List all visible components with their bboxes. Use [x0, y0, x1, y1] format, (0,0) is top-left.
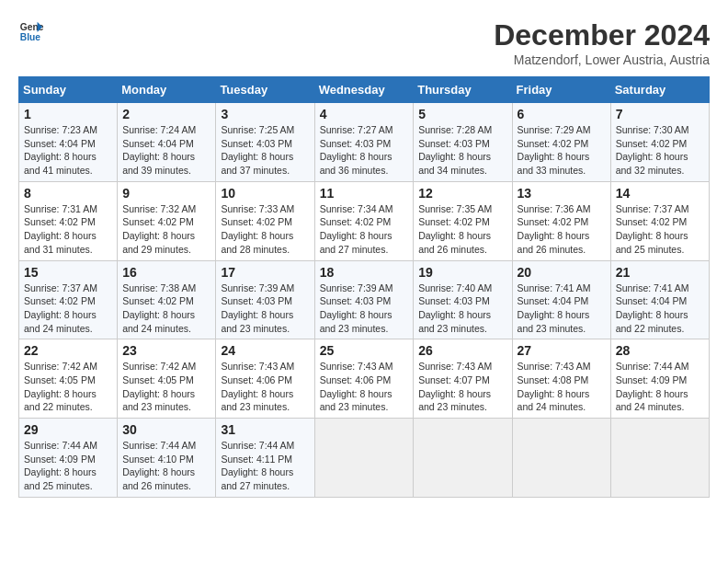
day-info: Sunrise: 7:44 AM Sunset: 4:09 PM Dayligh… — [616, 360, 704, 414]
calendar-cell: 31Sunrise: 7:44 AM Sunset: 4:11 PM Dayli… — [216, 419, 314, 498]
day-number: 8 — [24, 186, 112, 201]
day-info: Sunrise: 7:42 AM Sunset: 4:05 PM Dayligh… — [122, 360, 210, 414]
day-info: Sunrise: 7:44 AM Sunset: 4:09 PM Dayligh… — [24, 439, 112, 493]
day-info: Sunrise: 7:41 AM Sunset: 4:04 PM Dayligh… — [616, 282, 704, 336]
day-info: Sunrise: 7:43 AM Sunset: 4:06 PM Dayligh… — [320, 360, 409, 414]
calendar-cell: 21Sunrise: 7:41 AM Sunset: 4:04 PM Dayli… — [610, 260, 709, 339]
header-wednesday: Wednesday — [314, 77, 414, 103]
day-number: 28 — [616, 343, 704, 358]
day-number: 13 — [518, 186, 606, 201]
calendar-cell: 26Sunrise: 7:43 AM Sunset: 4:07 PM Dayli… — [414, 339, 512, 419]
calendar-cell — [414, 419, 512, 498]
week-row-1: 1Sunrise: 7:23 AM Sunset: 4:04 PM Daylig… — [19, 103, 710, 182]
day-info: Sunrise: 7:33 AM Sunset: 4:02 PM Dayligh… — [221, 202, 309, 257]
calendar-body: 1Sunrise: 7:23 AM Sunset: 4:04 PM Daylig… — [19, 103, 710, 498]
calendar-cell: 1Sunrise: 7:23 AM Sunset: 4:04 PM Daylig… — [19, 103, 118, 182]
day-number: 2 — [122, 107, 210, 121]
day-number: 15 — [24, 265, 112, 280]
day-number: 5 — [418, 107, 506, 121]
day-info: Sunrise: 7:38 AM Sunset: 4:02 PM Dayligh… — [122, 282, 210, 336]
calendar-cell — [610, 419, 709, 498]
svg-text:Blue: Blue — [20, 32, 41, 42]
day-number: 7 — [616, 107, 704, 121]
day-info: Sunrise: 7:34 AM Sunset: 4:02 PM Dayligh… — [320, 202, 409, 257]
day-number: 29 — [24, 422, 112, 437]
header-saturday: Saturday — [610, 77, 709, 103]
day-number: 6 — [518, 107, 606, 121]
day-info: Sunrise: 7:32 AM Sunset: 4:02 PM Dayligh… — [122, 202, 210, 257]
calendar-cell: 16Sunrise: 7:38 AM Sunset: 4:02 PM Dayli… — [118, 260, 216, 339]
calendar-cell — [314, 419, 414, 498]
calendar-cell: 12Sunrise: 7:35 AM Sunset: 4:02 PM Dayli… — [414, 181, 512, 260]
header-tuesday: Tuesday — [216, 77, 314, 103]
calendar-title: December 2024 — [494, 18, 710, 52]
day-info: Sunrise: 7:29 AM Sunset: 4:02 PM Dayligh… — [518, 123, 606, 178]
calendar-cell: 6Sunrise: 7:29 AM Sunset: 4:02 PM Daylig… — [512, 103, 610, 182]
day-info: Sunrise: 7:42 AM Sunset: 4:05 PM Dayligh… — [24, 360, 112, 414]
day-number: 26 — [418, 343, 506, 358]
day-number: 10 — [221, 186, 309, 201]
calendar-cell: 20Sunrise: 7:41 AM Sunset: 4:04 PM Dayli… — [512, 260, 610, 339]
calendar-cell: 10Sunrise: 7:33 AM Sunset: 4:02 PM Dayli… — [216, 181, 314, 260]
day-number: 3 — [221, 107, 309, 121]
day-info: Sunrise: 7:43 AM Sunset: 4:08 PM Dayligh… — [518, 360, 606, 414]
calendar-cell: 13Sunrise: 7:36 AM Sunset: 4:02 PM Dayli… — [512, 181, 610, 260]
header-friday: Friday — [512, 77, 610, 103]
calendar-cell: 4Sunrise: 7:27 AM Sunset: 4:03 PM Daylig… — [314, 103, 414, 182]
day-info: Sunrise: 7:31 AM Sunset: 4:02 PM Dayligh… — [24, 202, 112, 257]
week-row-5: 29Sunrise: 7:44 AM Sunset: 4:09 PM Dayli… — [19, 419, 710, 498]
day-number: 25 — [320, 343, 409, 358]
day-info: Sunrise: 7:43 AM Sunset: 4:06 PM Dayligh… — [221, 360, 309, 414]
day-info: Sunrise: 7:44 AM Sunset: 4:11 PM Dayligh… — [221, 439, 309, 493]
day-number: 11 — [320, 186, 409, 201]
day-number: 1 — [24, 107, 112, 121]
title-block: December 2024 Matzendorf, Lower Austria,… — [494, 18, 710, 67]
day-number: 18 — [320, 265, 409, 280]
day-info: Sunrise: 7:35 AM Sunset: 4:02 PM Dayligh… — [418, 202, 506, 257]
day-number: 22 — [24, 343, 112, 358]
day-info: Sunrise: 7:39 AM Sunset: 4:03 PM Dayligh… — [320, 282, 409, 336]
calendar-cell: 30Sunrise: 7:44 AM Sunset: 4:10 PM Dayli… — [118, 419, 216, 498]
logo-icon: General Blue — [18, 18, 44, 44]
day-info: Sunrise: 7:37 AM Sunset: 4:02 PM Dayligh… — [616, 202, 704, 257]
calendar-header: SundayMondayTuesdayWednesdayThursdayFrid… — [19, 77, 710, 103]
page-header: General Blue December 2024 Matzendorf, L… — [18, 18, 710, 67]
calendar-cell: 17Sunrise: 7:39 AM Sunset: 4:03 PM Dayli… — [216, 260, 314, 339]
header-row: SundayMondayTuesdayWednesdayThursdayFrid… — [19, 77, 710, 103]
header-monday: Monday — [118, 77, 216, 103]
calendar-cell: 19Sunrise: 7:40 AM Sunset: 4:03 PM Dayli… — [414, 260, 512, 339]
day-info: Sunrise: 7:36 AM Sunset: 4:02 PM Dayligh… — [518, 202, 606, 257]
day-number: 16 — [122, 265, 210, 280]
day-info: Sunrise: 7:43 AM Sunset: 4:07 PM Dayligh… — [418, 360, 506, 414]
day-number: 19 — [418, 265, 506, 280]
calendar-cell: 3Sunrise: 7:25 AM Sunset: 4:03 PM Daylig… — [216, 103, 314, 182]
week-row-3: 15Sunrise: 7:37 AM Sunset: 4:02 PM Dayli… — [19, 260, 710, 339]
header-sunday: Sunday — [19, 77, 118, 103]
logo: General Blue — [18, 18, 44, 44]
day-number: 24 — [221, 343, 309, 358]
day-info: Sunrise: 7:41 AM Sunset: 4:04 PM Dayligh… — [518, 282, 606, 336]
calendar-cell: 29Sunrise: 7:44 AM Sunset: 4:09 PM Dayli… — [19, 419, 118, 498]
calendar-cell: 14Sunrise: 7:37 AM Sunset: 4:02 PM Dayli… — [610, 181, 709, 260]
day-number: 31 — [221, 422, 309, 437]
day-info: Sunrise: 7:25 AM Sunset: 4:03 PM Dayligh… — [221, 123, 309, 178]
day-info: Sunrise: 7:37 AM Sunset: 4:02 PM Dayligh… — [24, 282, 112, 336]
calendar-cell: 27Sunrise: 7:43 AM Sunset: 4:08 PM Dayli… — [512, 339, 610, 419]
calendar-cell: 5Sunrise: 7:28 AM Sunset: 4:03 PM Daylig… — [414, 103, 512, 182]
day-info: Sunrise: 7:23 AM Sunset: 4:04 PM Dayligh… — [24, 123, 112, 178]
calendar-table: SundayMondayTuesdayWednesdayThursdayFrid… — [18, 76, 710, 498]
day-number: 20 — [518, 265, 606, 280]
day-number: 4 — [320, 107, 409, 121]
day-info: Sunrise: 7:30 AM Sunset: 4:02 PM Dayligh… — [616, 123, 704, 178]
day-info: Sunrise: 7:39 AM Sunset: 4:03 PM Dayligh… — [221, 282, 309, 336]
day-info: Sunrise: 7:24 AM Sunset: 4:04 PM Dayligh… — [122, 123, 210, 178]
calendar-cell: 7Sunrise: 7:30 AM Sunset: 4:02 PM Daylig… — [610, 103, 709, 182]
calendar-cell: 24Sunrise: 7:43 AM Sunset: 4:06 PM Dayli… — [216, 339, 314, 419]
calendar-cell: 2Sunrise: 7:24 AM Sunset: 4:04 PM Daylig… — [118, 103, 216, 182]
calendar-cell: 25Sunrise: 7:43 AM Sunset: 4:06 PM Dayli… — [314, 339, 414, 419]
day-number: 21 — [616, 265, 704, 280]
calendar-cell: 28Sunrise: 7:44 AM Sunset: 4:09 PM Dayli… — [610, 339, 709, 419]
day-number: 30 — [122, 422, 210, 437]
day-number: 27 — [518, 343, 606, 358]
header-thursday: Thursday — [414, 77, 512, 103]
